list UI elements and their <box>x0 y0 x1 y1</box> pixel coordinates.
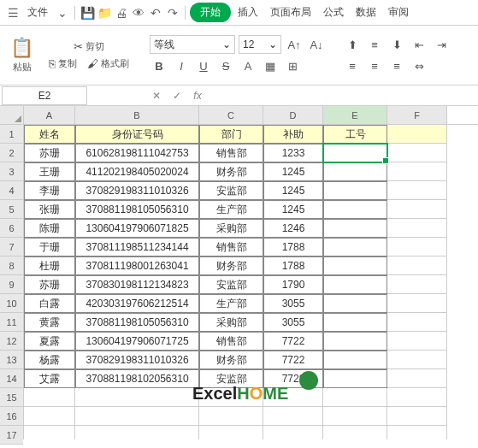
cell[interactable]: 411202198405020024 <box>75 162 199 181</box>
cell[interactable]: 部门 <box>199 125 263 144</box>
cell[interactable] <box>24 426 75 439</box>
cell[interactable] <box>387 144 447 162</box>
font-name-select[interactable]: 等线⌄ <box>150 35 235 54</box>
cell[interactable]: 黄露 <box>24 313 75 332</box>
col-header[interactable]: A <box>24 106 75 124</box>
tab-start[interactable]: 开始 <box>190 3 231 22</box>
cell[interactable] <box>387 275 447 294</box>
cell[interactable] <box>323 238 387 256</box>
cell[interactable] <box>75 426 199 439</box>
cell[interactable]: 苏珊 <box>24 275 75 294</box>
cell[interactable]: 130604197906071725 <box>75 332 199 351</box>
align-right-button[interactable]: ≡ <box>387 56 406 75</box>
row-header[interactable]: 15 <box>0 388 23 407</box>
border-button[interactable]: ⊞ <box>283 56 302 75</box>
align-top-button[interactable]: ⬆ <box>343 35 362 54</box>
cell[interactable]: 1788 <box>263 238 323 256</box>
cell[interactable] <box>387 200 447 219</box>
col-header[interactable]: C <box>199 106 263 124</box>
cell[interactable]: 370811198511234144 <box>75 238 199 256</box>
cell[interactable] <box>323 181 387 200</box>
chevron-down-icon[interactable]: ⌄ <box>55 5 70 21</box>
cell[interactable]: 370829198311010326 <box>75 181 199 200</box>
underline-button[interactable]: U <box>194 56 213 75</box>
cell[interactable]: 于珊 <box>24 238 75 256</box>
merge-button[interactable]: ⇔ <box>410 56 428 75</box>
row-header[interactable]: 8 <box>0 256 23 275</box>
cell[interactable] <box>323 426 387 439</box>
cut-button[interactable]: ✂剪切 <box>70 39 108 54</box>
indent-left-button[interactable]: ⇤ <box>410 35 428 54</box>
cell[interactable]: 370881198102056310 <box>75 369 199 388</box>
cell[interactable] <box>24 388 75 407</box>
undo-icon[interactable]: ↶ <box>148 5 163 21</box>
cell[interactable]: 7722 <box>263 351 323 369</box>
cell[interactable]: 370829198311010326 <box>75 351 199 369</box>
cell[interactable] <box>323 369 387 388</box>
tab-formula[interactable]: 公式 <box>318 3 349 22</box>
cell[interactable] <box>199 407 263 426</box>
cell[interactable]: 3055 <box>263 313 323 332</box>
redo-icon[interactable]: ↷ <box>165 5 180 21</box>
cell[interactable]: 销售部 <box>199 238 263 256</box>
cell[interactable] <box>263 426 323 439</box>
cell[interactable]: 370881198105056310 <box>75 200 199 219</box>
preview-icon[interactable]: 👁 <box>131 5 146 21</box>
cell[interactable]: 财务部 <box>199 351 263 369</box>
print-icon[interactable]: 🖨 <box>114 5 129 21</box>
cell[interactable] <box>323 256 387 275</box>
cell[interactable] <box>24 407 75 426</box>
cell[interactable]: 生产部 <box>199 294 263 313</box>
cell[interactable]: 销售部 <box>199 332 263 351</box>
cell[interactable] <box>387 238 447 256</box>
cell[interactable] <box>323 275 387 294</box>
row-header[interactable]: 1 <box>0 125 23 144</box>
cell[interactable] <box>387 125 447 144</box>
cancel-icon[interactable]: ✕ <box>147 86 166 105</box>
cell[interactable]: 艾露 <box>24 369 75 388</box>
cell[interactable] <box>387 162 447 181</box>
cell[interactable]: 1790 <box>263 275 323 294</box>
col-header[interactable]: D <box>263 106 323 124</box>
cell[interactable] <box>323 200 387 219</box>
cell[interactable]: 杜珊 <box>24 256 75 275</box>
row-header[interactable]: 12 <box>0 332 23 351</box>
cell[interactable] <box>75 407 199 426</box>
cell[interactable] <box>323 332 387 351</box>
cell[interactable]: 1233 <box>263 144 323 162</box>
select-all-corner[interactable] <box>0 106 23 125</box>
tab-review[interactable]: 审阅 <box>383 3 414 22</box>
col-header[interactable]: F <box>387 106 447 124</box>
cell[interactable] <box>387 256 447 275</box>
col-header[interactable]: B <box>75 106 199 124</box>
cell[interactable]: 1245 <box>263 181 323 200</box>
tab-layout[interactable]: 页面布局 <box>265 3 316 22</box>
font-size-select[interactable]: 12⌄ <box>239 35 281 54</box>
indent-right-button[interactable]: ⇥ <box>432 35 451 54</box>
cell[interactable] <box>387 388 447 407</box>
check-icon[interactable]: ✓ <box>168 86 186 105</box>
cell[interactable]: 安监部 <box>199 369 263 388</box>
menu-icon[interactable]: ☰ <box>5 5 21 21</box>
save-icon[interactable]: 💾 <box>80 5 95 21</box>
font-color-button[interactable]: A <box>239 56 257 75</box>
cell[interactable]: 370830198112134823 <box>75 275 199 294</box>
tab-data[interactable]: 数据 <box>351 3 381 22</box>
tab-insert[interactable]: 插入 <box>233 3 263 22</box>
cell[interactable] <box>323 162 387 181</box>
cell[interactable]: 7722 <box>263 332 323 351</box>
cell[interactable] <box>387 294 447 313</box>
paste-button[interactable]: 📋 粘贴 <box>7 35 37 75</box>
italic-button[interactable]: I <box>172 56 191 75</box>
cell[interactable]: 王珊 <box>24 162 75 181</box>
cell[interactable] <box>387 181 447 200</box>
cell[interactable]: 补助 <box>263 125 323 144</box>
cell[interactable]: 姓名 <box>24 125 75 144</box>
cell[interactable]: 身份证号码 <box>75 125 199 144</box>
cell[interactable]: 财务部 <box>199 256 263 275</box>
cell[interactable] <box>387 407 447 426</box>
cell[interactable]: 420303197606212514 <box>75 294 199 313</box>
fill-color-button[interactable]: ▦ <box>261 56 280 75</box>
cell[interactable] <box>387 313 447 332</box>
cell[interactable] <box>387 369 447 388</box>
